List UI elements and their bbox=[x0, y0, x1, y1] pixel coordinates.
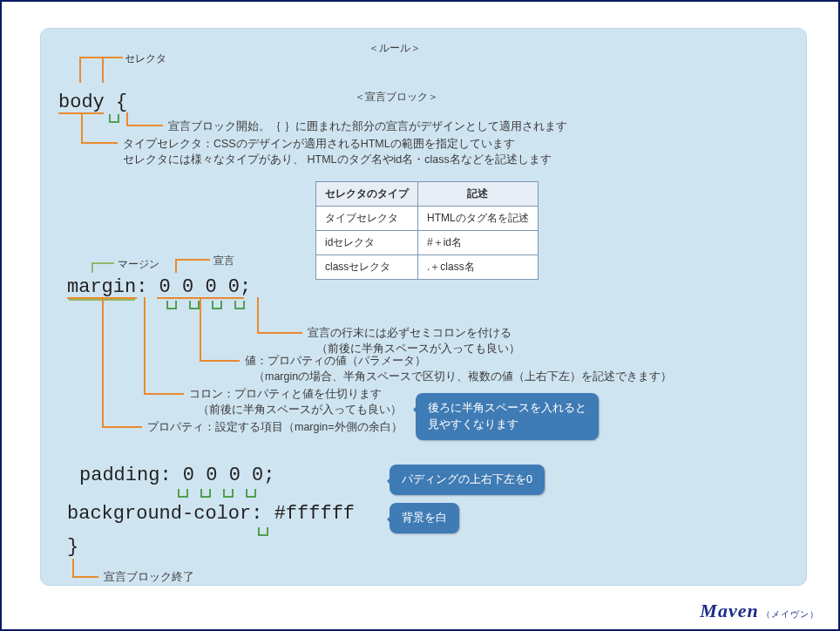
label-declaration: 宣言 bbox=[213, 254, 234, 268]
code-bgcolor: background-color: #ffffff bbox=[67, 503, 355, 525]
code-margin: margin: 0 0 0 0; bbox=[67, 276, 251, 298]
bubble-space-tip: 後ろに半角スペースを入れると 見やすくなります bbox=[416, 393, 599, 440]
table-cell: classセレクタ bbox=[316, 255, 418, 280]
conn bbox=[102, 426, 142, 428]
space-marker bbox=[246, 489, 256, 498]
note-semicolon1: 宣言の行末には必ずセミコロンを付ける bbox=[308, 325, 511, 342]
label-selector: セレクタ bbox=[125, 51, 166, 66]
space-marker bbox=[212, 301, 222, 309]
conn bbox=[102, 57, 104, 83]
bubble-bg: 背景を白 bbox=[390, 503, 459, 533]
conn bbox=[175, 259, 210, 261]
conn bbox=[257, 297, 259, 332]
heading-rule: ＜ルール＞ bbox=[369, 41, 421, 56]
table-cell: タイプセレクタ bbox=[316, 207, 418, 231]
conn bbox=[126, 125, 163, 126]
conn-green bbox=[91, 262, 114, 264]
conn bbox=[79, 57, 81, 83]
note-close-brace: 宣言ブロック終了 bbox=[104, 569, 194, 586]
code-close: } bbox=[67, 536, 78, 558]
note-open-brace: 宣言ブロック開始。｛ ｝に囲まれた部分の宣言がデザインとして適用されます bbox=[168, 119, 567, 135]
table-cell: HTMLのタグ名を記述 bbox=[418, 207, 539, 231]
conn bbox=[175, 259, 177, 273]
space-marker bbox=[166, 301, 177, 309]
diagram-panel: ＜ルール＞ ＜宣言ブロック＞ セレクタ body { 宣言ブロック開始。｛ ｝に… bbox=[40, 28, 807, 586]
table-header: 記述 bbox=[418, 182, 539, 207]
space-marker bbox=[109, 114, 119, 123]
space-marker bbox=[178, 489, 188, 498]
conn bbox=[81, 142, 118, 144]
table-cell: idセレクタ bbox=[316, 231, 418, 255]
space-marker bbox=[234, 301, 245, 309]
table-cell: .＋class名 bbox=[418, 255, 539, 280]
conn bbox=[102, 297, 104, 426]
note-property: プロパティ：設定する項目（margin=外側の余白） bbox=[147, 419, 403, 436]
note-colon1: コロン：プロパティと値を仕切ります bbox=[189, 386, 382, 403]
conn bbox=[72, 576, 98, 578]
table-header: セレクタのタイプ bbox=[316, 182, 418, 207]
space-marker bbox=[258, 527, 268, 536]
conn bbox=[200, 360, 240, 362]
signature-sub: （メイヴン） bbox=[762, 609, 819, 619]
space-marker bbox=[200, 489, 211, 498]
selector-type-table: セレクタのタイプ 記述 タイプセレクタ HTMLのタグ名を記述 idセレクタ #… bbox=[315, 181, 539, 280]
note-value2: （marginの場合、半角スペースで区切り、複数の値（上右下左）を記述できます） bbox=[254, 369, 672, 385]
note-value1: 値：プロパティの値（パラメータ） bbox=[245, 353, 426, 370]
signature: Maven （メイヴン） bbox=[700, 600, 819, 622]
note-colon2: （前後に半角スペースが入っても良い） bbox=[198, 402, 402, 418]
bubble-padding: パディングの上右下左を0 bbox=[390, 465, 545, 495]
label-margin: マージン bbox=[118, 257, 159, 272]
conn bbox=[72, 559, 74, 576]
conn bbox=[79, 57, 123, 58]
space-marker bbox=[223, 489, 234, 498]
code-padding: padding: 0 0 0 0; bbox=[79, 465, 274, 486]
conn bbox=[144, 297, 146, 393]
note-type-selector1: タイプセレクタ：CSSのデザインが適用されるHTMLの範囲を指定しています bbox=[123, 136, 515, 153]
heading-block: ＜宣言ブロック＞ bbox=[355, 90, 438, 105]
conn bbox=[257, 332, 302, 334]
note-type-selector2: セレクタには様々なタイプがあり、 HTMLのタグ名やid名・class名などを記… bbox=[123, 152, 552, 168]
conn bbox=[144, 393, 184, 395]
code-body-open: body { bbox=[58, 92, 127, 113]
table-cell: #＋id名 bbox=[418, 231, 539, 255]
signature-main: Maven bbox=[700, 600, 758, 621]
conn bbox=[200, 297, 201, 360]
space-marker bbox=[189, 301, 200, 309]
conn bbox=[81, 112, 83, 142]
conn bbox=[126, 112, 128, 125]
